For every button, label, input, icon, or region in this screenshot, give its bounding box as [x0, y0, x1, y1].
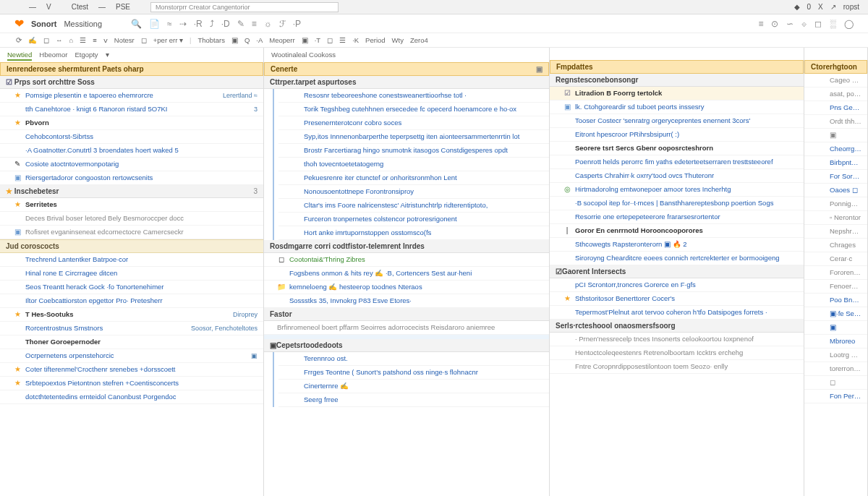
- tab-more[interactable]: ▾: [106, 51, 109, 61]
- list-item[interactable]: For Sorck GL: [804, 170, 867, 184]
- tool-icon[interactable]: ⤴: [210, 19, 214, 29]
- section-header[interactable]: ☑ Gaorent Intersects: [550, 265, 804, 278]
- list-item[interactable]: asat, poonecets,: [804, 87, 867, 101]
- list-item[interactable]: Casperts Chrahirr·k oxrry'tood ovcs Thut…: [550, 169, 804, 183]
- list-item[interactable]: Thoner Goroepernoder: [0, 335, 263, 349]
- tab[interactable]: Etgopty: [75, 51, 98, 61]
- list-item[interactable]: Chrages: [804, 239, 867, 252]
- address-bar[interactable]: Monstorprr Creator Cangentorior: [150, 2, 339, 12]
- tb-dropdown[interactable]: +per err ▾: [153, 36, 183, 44]
- list-item[interactable]: Trechrend Lantentker Batrpoe·cor: [0, 253, 263, 267]
- list-item[interactable]: ▣: [804, 129, 867, 142]
- tool-icon[interactable]: ✎: [237, 19, 244, 29]
- list-item[interactable]: ★Sthstoritosor Benerttorer Cocer's: [550, 292, 804, 306]
- list-item[interactable]: Rorcentrostnus SmstnorsSoosor, Fenchotel…: [0, 322, 263, 335]
- menu-item[interactable]: —: [98, 3, 106, 11]
- list-item[interactable]: dotcthtetentedins ernteidol Canonbust Po…: [0, 390, 263, 404]
- tool-icon[interactable]: ·D: [221, 19, 230, 29]
- list-item[interactable]: Tepermost'Plelnut arot tervoo coheron h'…: [550, 306, 804, 320]
- list-item[interactable]: Syp,itos Innnenonbarperthe teperpsettg i…: [278, 130, 549, 144]
- list-item[interactable]: ·A Goatnotter.Conutrtl 3 broendates hoer…: [0, 144, 263, 158]
- menu-item[interactable]: PSE: [116, 3, 130, 11]
- list-item[interactable]: Ordt thheo'es: [804, 115, 867, 129]
- list-item[interactable]: ▣Riersgertadoror congooston rertowcsenit…: [0, 171, 263, 185]
- section-header[interactable]: Rosdmgarre corri codtfistor-telemrent In…: [264, 240, 549, 253]
- list-item[interactable]: Ponnighermitct: [804, 197, 867, 211]
- list-item[interactable]: pCI Scrontorr,troncres Gorerce en F·gfs: [550, 278, 804, 292]
- list-item[interactable]: Sthcowegts Rapsteronterorn ▣ 🔥 2: [550, 238, 804, 252]
- doc-icon[interactable]: 📄: [149, 19, 160, 29]
- tool-icon[interactable]: ≈: [167, 19, 172, 29]
- tool-icon[interactable]: ⇢: [179, 19, 187, 29]
- tb-icon[interactable]: ·K: [352, 36, 359, 44]
- grid-icon[interactable]: ≡: [758, 19, 763, 29]
- sys-icon[interactable]: ◆: [794, 3, 800, 11]
- list-item[interactable]: ▣lk. Ctohgoreardir sd tuboet peorts inss…: [550, 101, 804, 114]
- list-item[interactable]: Fenoerporso: [804, 280, 867, 294]
- list-item[interactable]: ★T Hes-SootuksDiroprey: [0, 308, 263, 322]
- list-item[interactable]: 📁kemneloeng ✍ hesteerop toodnes Nteraos: [264, 281, 549, 294]
- tab[interactable]: Hbeomor: [39, 51, 67, 61]
- list-item[interactable]: Pns Geon ◻: [804, 101, 867, 115]
- list-item[interactable]: Mbroreo: [804, 335, 867, 349]
- section-header[interactable]: ★ Inschebetesr3: [0, 185, 263, 198]
- section-header[interactable]: Cttrper.tarpet aspurtoses: [264, 76, 549, 89]
- list-item[interactable]: Nonousoentottnepe Forontronsiproy: [278, 185, 549, 199]
- list-item[interactable]: Oaoes ◻: [804, 184, 867, 197]
- search-icon[interactable]: ◯: [844, 19, 854, 29]
- list-item[interactable]: thoh tovecntoetetatogerng: [278, 158, 549, 171]
- tool-icon[interactable]: ◻: [814, 19, 822, 29]
- list-item[interactable]: ▣: [804, 321, 867, 335]
- list-item[interactable]: Siroroyng Chearditcre eoees connich rert…: [550, 252, 804, 265]
- tool-icon[interactable]: ⟐: [801, 19, 807, 29]
- tb-icon[interactable]: ☰: [339, 36, 346, 44]
- tab[interactable]: Newtied: [7, 51, 32, 61]
- list-item[interactable]: torerronset,: [804, 362, 867, 376]
- list-item[interactable]: ★Srbtepoextos Pietontnon stefren +Coenti…: [0, 377, 263, 390]
- list-item[interactable]: ◎Hirtmadorolng emtwonepoer amoor tores I…: [550, 183, 804, 197]
- search-icon[interactable]: 🔍: [131, 19, 142, 29]
- list-item[interactable]: Hentoctcoleqeestenrs Retrenolboortam Icc…: [550, 346, 804, 360]
- list-item[interactable]: · Prnen'nessrecelp tnces Insonerts celoo…: [550, 333, 804, 346]
- list-item[interactable]: Hinal rone E Circrragee ditcen: [0, 267, 263, 281]
- list-item[interactable]: Brostr Farcertiarag hingo snumotnk itaso…: [278, 144, 549, 158]
- tb-icon[interactable]: ▣: [231, 36, 238, 44]
- tool-icon[interactable]: ·R: [194, 19, 203, 29]
- list-item[interactable]: Frrges Teontne ( Sunort's patshond oss n…: [278, 366, 549, 380]
- list-item[interactable]: ✎Cosiote atoctntovermonpotarig: [0, 158, 263, 171]
- list-item[interactable]: Presenernterotconr cobro soces: [278, 116, 549, 130]
- list-item[interactable]: Poo Bnest ◻: [804, 294, 867, 307]
- list-item[interactable]: Tooser Costecr 'senratrg orgeryceprentes…: [550, 114, 804, 128]
- tb-icon[interactable]: ↔: [56, 36, 63, 44]
- list-item[interactable]: ★Serritetes: [0, 198, 263, 212]
- section-header[interactable]: Fastor: [264, 308, 549, 321]
- sys-icon[interactable]: X: [818, 3, 823, 11]
- section-header[interactable]: Jud coroscocts: [0, 239, 263, 253]
- list-item[interactable]: Resosnr tebeoreeshone conestsweanerttioo…: [278, 89, 549, 103]
- list-item[interactable]: ▫ Nerontor: [804, 211, 867, 225]
- list-item[interactable]: tth Canehtoroe · knigt 6 Ranoron ristard…: [0, 103, 263, 116]
- list-item[interactable]: ·B socopol itep for··t·mces | Bansthhare…: [550, 197, 804, 210]
- tb-icon[interactable]: ☰: [80, 36, 86, 44]
- list-item[interactable]: ▣Rofisret evganinseneat edcornectocre Ca…: [0, 226, 263, 239]
- menu-item[interactable]: —: [29, 3, 36, 11]
- tb-icon[interactable]: ⌂: [69, 36, 74, 44]
- tb-icon[interactable]: ·A: [256, 36, 263, 44]
- list-item[interactable]: Cinerternre ✍: [278, 380, 549, 393]
- menu-item[interactable]: Ctest: [72, 3, 88, 11]
- list-item[interactable]: ◻Cootontai&'Thring Zibres: [264, 253, 549, 267]
- tb-icon[interactable]: ◻: [141, 36, 147, 44]
- list-item[interactable]: Fon Perah ◻: [804, 390, 867, 403]
- list-item[interactable]: Furceron tronpernetes colstencor potrore…: [278, 213, 549, 226]
- tb-icon[interactable]: ✍: [28, 36, 37, 44]
- tb-icon[interactable]: ≡: [93, 36, 97, 44]
- list-item[interactable]: Hort anke imrtupornstoppen osstomsco(fs: [278, 226, 549, 240]
- list-item[interactable]: Birbpntotor: [804, 156, 867, 170]
- tool-icon[interactable]: ░: [830, 19, 836, 29]
- sys-icon[interactable]: 0: [807, 3, 812, 11]
- tb-icon[interactable]: ⅴ: [103, 36, 108, 44]
- list-item[interactable]: Deces Brival boser letored Bely Besmoroc…: [0, 212, 263, 226]
- list-item[interactable]: Iltor Coebcattiorston epgettor Pro· Pret…: [0, 294, 263, 308]
- list-item[interactable]: Torik Tegshbeg cutehhnen ersecedee fc op…: [278, 103, 549, 116]
- list-item[interactable]: Cltar's ims Foore nalricenstesc' Aitrist…: [278, 199, 549, 213]
